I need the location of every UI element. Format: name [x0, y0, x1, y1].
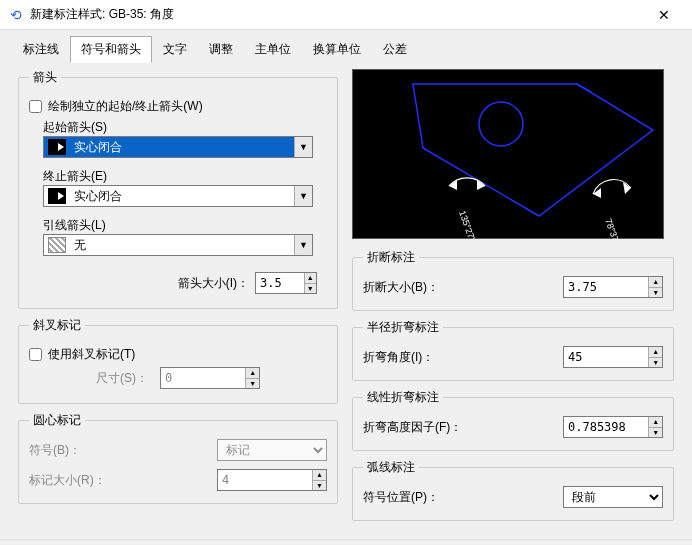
group-oblique: 斜叉标记 使用斜叉标记(T) 尺寸(S)： ▲▼	[18, 317, 338, 404]
combo-leader-arrow-value: 无	[70, 237, 294, 254]
label-leader-arrow: 引线箭头(L)	[43, 217, 327, 234]
group-center-mark: 圆心标记 符号(B)： 标记 标记大小(R)： ▲▼	[18, 412, 338, 504]
spinner-break-size[interactable]: ▲▼	[563, 276, 663, 298]
combo-end-arrow-value: 实心闭合	[70, 188, 294, 205]
legend-radius-jog: 半径折弯标注	[363, 319, 443, 336]
arrow-none-icon	[48, 237, 66, 253]
group-arc: 弧线标注 符号位置(P)： 段前	[352, 459, 674, 521]
tab-tolerance[interactable]: 公差	[372, 36, 418, 63]
svg-marker-5	[593, 188, 601, 198]
chevron-down-icon[interactable]: ▼	[294, 235, 312, 255]
input-arrow-size[interactable]	[256, 273, 304, 293]
group-arrowheads: 箭头 绘制独立的起始/终止箭头(W) 起始箭头(S) 实心闭合 ▼ 终止箭头(E…	[18, 69, 338, 309]
checkbox-separate-arrows-input[interactable]	[29, 100, 42, 113]
checkbox-separate-arrows-label: 绘制独立的起始/终止箭头(W)	[48, 98, 203, 115]
spin-up-icon[interactable]: ▲	[305, 273, 316, 284]
spinner-center-size[interactable]: ▲▼	[217, 469, 327, 491]
combo-leader-arrow[interactable]: 无 ▼	[43, 234, 313, 256]
spinner-jog-angle[interactable]: ▲▼	[563, 346, 663, 368]
svg-marker-0	[413, 84, 653, 216]
spin-up-icon[interactable]: ▲	[246, 368, 259, 379]
close-button[interactable]: ✕	[644, 0, 684, 30]
combo-start-arrow-value: 实心闭合	[70, 139, 294, 156]
spinner-jog-factor[interactable]: ▲▼	[563, 416, 663, 438]
app-icon: ⟲	[8, 7, 24, 23]
label-arrow-size: 箭头大小(I)：	[178, 275, 249, 292]
spin-down-icon[interactable]: ▼	[649, 428, 662, 438]
combo-end-arrow[interactable]: 实心闭合 ▼	[43, 185, 313, 207]
checkbox-separate-arrows[interactable]: 绘制独立的起始/终止箭头(W)	[29, 98, 327, 115]
label-end-arrow: 终止箭头(E)	[43, 168, 327, 185]
window-title: 新建标注样式: GB-35: 角度	[30, 6, 644, 23]
legend-arrowheads: 箭头	[29, 69, 61, 86]
input-oblique-size	[161, 368, 245, 388]
label-oblique-size: 尺寸(S)：	[96, 370, 148, 387]
checkbox-use-oblique[interactable]: 使用斜叉标记(T)	[29, 346, 327, 363]
chevron-down-icon[interactable]: ▼	[294, 137, 312, 157]
preview-pane: 135°27' 78°37'	[352, 69, 664, 239]
spin-up-icon[interactable]: ▲	[313, 470, 326, 481]
svg-line-1	[577, 84, 591, 92]
arrow-closed-filled-icon	[48, 188, 66, 204]
tab-bar: 标注线 符号和箭头 文字 调整 主单位 换算单位 公差	[0, 30, 692, 63]
label-arc-position: 符号位置(P)：	[363, 489, 563, 506]
svg-point-2	[479, 102, 523, 146]
group-linear-jog: 线性折弯标注 折弯高度因子(F)： ▲▼	[352, 389, 674, 451]
chevron-down-icon[interactable]: ▼	[294, 186, 312, 206]
spin-down-icon[interactable]: ▼	[649, 358, 662, 368]
tab-dimlines[interactable]: 标注线	[12, 36, 70, 63]
tab-primary-units[interactable]: 主单位	[244, 36, 302, 63]
group-radius-jog: 半径折弯标注 折弯角度(I)： ▲▼	[352, 319, 674, 381]
legend-arc: 弧线标注	[363, 459, 419, 476]
spin-down-icon[interactable]: ▼	[313, 481, 326, 491]
tab-fit[interactable]: 调整	[198, 36, 244, 63]
select-center-symbol: 标记	[217, 439, 327, 461]
checkbox-use-oblique-label: 使用斜叉标记(T)	[48, 346, 135, 363]
label-break-size: 折断大小(B)：	[363, 279, 563, 296]
spinner-oblique-size[interactable]: ▲▼	[160, 367, 260, 389]
legend-center-mark: 圆心标记	[29, 412, 85, 429]
preview-angle1-text: 135°27'	[457, 209, 477, 240]
label-jog-angle: 折弯角度(I)：	[363, 349, 563, 366]
label-start-arrow: 起始箭头(S)	[43, 119, 327, 136]
tab-symbols-arrows[interactable]: 符号和箭头	[70, 36, 152, 63]
label-jog-factor: 折弯高度因子(F)：	[363, 419, 563, 436]
spin-up-icon[interactable]: ▲	[649, 277, 662, 288]
spin-down-icon[interactable]: ▼	[649, 288, 662, 298]
select-arc-position[interactable]: 段前	[563, 486, 663, 508]
input-break-size[interactable]	[564, 277, 648, 297]
spin-up-icon[interactable]: ▲	[649, 417, 662, 428]
input-jog-factor[interactable]	[564, 417, 648, 437]
input-jog-angle[interactable]	[564, 347, 648, 367]
tab-text[interactable]: 文字	[152, 36, 198, 63]
label-center-size: 标记大小(R)：	[29, 472, 217, 489]
legend-oblique: 斜叉标记	[29, 317, 85, 334]
spin-down-icon[interactable]: ▼	[305, 284, 316, 294]
legend-break: 折断标注	[363, 249, 419, 266]
group-break: 折断标注 折断大小(B)： ▲▼	[352, 249, 674, 311]
spinner-arrow-size[interactable]: ▲▼	[255, 272, 317, 294]
spin-down-icon[interactable]: ▼	[246, 379, 259, 389]
legend-linear-jog: 线性折弯标注	[363, 389, 443, 406]
arrow-closed-filled-icon	[48, 139, 66, 155]
tab-alt-units[interactable]: 换算单位	[302, 36, 372, 63]
combo-start-arrow[interactable]: 实心闭合 ▼	[43, 136, 313, 158]
preview-angle2-text: 78°37'	[603, 217, 621, 240]
spin-up-icon[interactable]: ▲	[649, 347, 662, 358]
input-center-size	[218, 470, 312, 490]
checkbox-use-oblique-input[interactable]	[29, 348, 42, 361]
label-center-symbol: 符号(B)：	[29, 442, 217, 459]
